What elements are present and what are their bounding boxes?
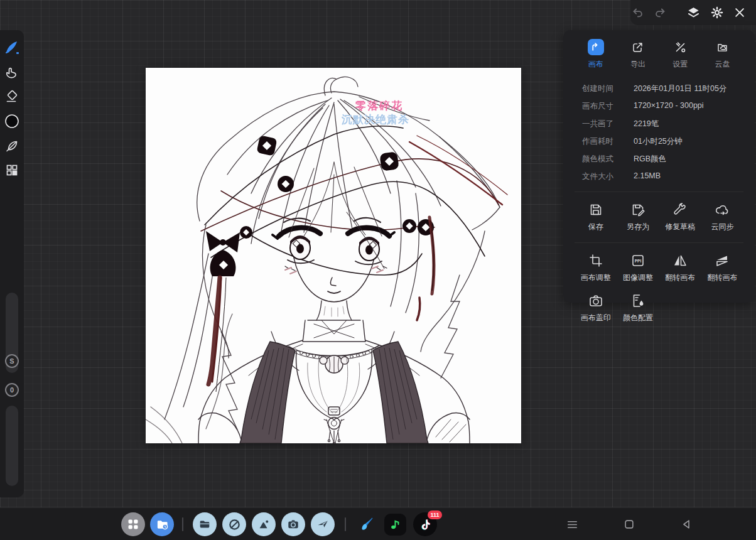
ppi-box-icon: PPI — [630, 253, 645, 268]
close-icon[interactable] — [733, 5, 746, 20]
settings-tab-icon — [672, 39, 688, 55]
actions-row-1: 保存 另存为 修复草稿 云同步 — [575, 198, 743, 236]
brush-size-slider[interactable]: S — [6, 293, 18, 373]
flip-horizontal-icon — [672, 253, 688, 268]
browser-app-icon[interactable] — [222, 512, 246, 536]
eraser-tool-icon[interactable] — [3, 88, 21, 105]
mail-app-icon[interactable] — [311, 512, 335, 536]
tab-cloud-label: 云盘 — [715, 59, 730, 70]
tab-export-label: 导出 — [630, 59, 645, 70]
floppy-icon — [588, 202, 603, 217]
camera-app-icon[interactable] — [281, 512, 305, 536]
gallery-app-icon[interactable] — [252, 512, 276, 536]
wrench-icon — [672, 202, 688, 217]
opacity-slider-handle[interactable]: 0 — [5, 383, 19, 397]
app-drawer-icon[interactable] — [121, 512, 145, 536]
paint-app-icon[interactable] — [354, 512, 378, 536]
tab-settings-label: 设置 — [672, 59, 688, 70]
dock-divider — [182, 517, 183, 531]
drawing-canvas[interactable]: 零落碎花 沉默决绝肃杀 — [146, 68, 521, 443]
flip-canvas-h-button[interactable]: 翻转画布 — [659, 249, 701, 287]
top-toolbar — [630, 0, 756, 25]
tab-canvas[interactable]: 画布 — [575, 39, 617, 70]
dock-divider-2 — [345, 517, 346, 531]
tab-export[interactable]: 导出 — [617, 39, 659, 70]
canvas-info-list: 创建时间2026年01月01日 11时05分 画布尺寸1720×1720 - 3… — [575, 80, 743, 185]
cloud-sync-icon — [715, 202, 730, 217]
camera-icon — [588, 293, 603, 308]
home-square-nav-icon[interactable] — [620, 516, 638, 533]
cloud-sync-button[interactable]: 云同步 — [701, 198, 743, 236]
hair-lines — [146, 77, 500, 443]
save-button[interactable]: 保存 — [575, 198, 617, 236]
watermark-line2: 沉默决绝肃杀 — [341, 114, 409, 126]
recent-files-folder-icon[interactable] — [150, 512, 174, 536]
info-row-strokes: 一共画了2219笔 — [575, 115, 743, 132]
files-app-icon[interactable] — [193, 512, 217, 536]
back-triangle-nav-icon[interactable] — [678, 516, 695, 533]
info-row-size: 画布尺寸1720×1720 - 300ppi — [575, 97, 743, 115]
crop-icon — [588, 253, 603, 268]
export-tab-icon — [630, 39, 646, 55]
tool-sliders: S 0 — [5, 293, 19, 486]
size-slider-handle[interactable]: S — [5, 354, 19, 368]
info-row-time: 作画耗时01小时25分钟 — [575, 132, 743, 150]
watermark-line1: 零落碎花 — [355, 100, 403, 112]
notification-badge: 111 — [428, 510, 442, 519]
left-toolbar: S 0 — [0, 30, 24, 497]
panel-divider-2 — [575, 242, 743, 243]
actions-row-3: 画布盖印 颜色配置 — [575, 289, 743, 327]
info-row-filesize: 文件大小2.15MB — [575, 168, 743, 185]
actions-row-2: 画布调整 PPI 图像调整 翻转画布 翻转画布 — [575, 249, 743, 287]
canvas-stamp-button[interactable]: 画布盖印 — [575, 289, 617, 327]
brush-tool-icon[interactable] — [3, 39, 21, 57]
menu-nav-icon[interactable] — [563, 516, 581, 533]
color-config-button[interactable]: 颜色配置 — [617, 289, 659, 327]
flip-canvas-v-button[interactable]: 翻转画布 — [701, 249, 743, 287]
canvas-adjust-button[interactable]: 画布调整 — [575, 249, 617, 287]
douyin-app-icon[interactable]: 111 — [413, 512, 437, 536]
image-adjust-button[interactable]: PPI 图像调整 — [617, 249, 659, 287]
layers-icon[interactable] — [686, 5, 701, 20]
redo-icon[interactable] — [654, 5, 667, 20]
canvas-tab-icon — [588, 39, 604, 55]
color-profile-icon — [630, 293, 645, 308]
materials-grid-icon[interactable] — [3, 161, 21, 179]
artwork-sketch: 零落碎花 沉默决绝肃杀 — [146, 68, 521, 443]
opacity-slider[interactable] — [6, 406, 18, 486]
panel-tabs: 画布 导出 设置 云盘 — [575, 39, 743, 70]
settings-gear-icon[interactable] — [710, 5, 724, 20]
save-as-button[interactable]: 另存为 — [617, 198, 659, 236]
color-swatch-icon[interactable] — [3, 112, 21, 130]
cloud-disk-tab-icon — [714, 39, 730, 55]
info-row-colormode: 颜色模式RGB颜色 — [575, 150, 743, 168]
tab-canvas-label: 画布 — [588, 59, 603, 70]
undo-icon[interactable] — [630, 5, 644, 20]
repair-draft-button[interactable]: 修复草稿 — [659, 198, 701, 236]
tab-cloud[interactable]: 云盘 — [701, 39, 743, 70]
tab-settings[interactable]: 设置 — [659, 39, 701, 70]
torso-lines — [198, 301, 470, 443]
leaf-brush-tool-icon[interactable] — [3, 137, 21, 154]
canvas-info-panel: 画布 导出 设置 云盘 创建时间2026年01月01日 11时05分 画布尺寸1… — [563, 30, 755, 303]
flip-canvas-icon — [715, 253, 730, 268]
taskbar: 111 — [0, 507, 756, 540]
floppy-edit-icon — [630, 202, 645, 217]
info-row-created: 创建时间2026年01月01日 11时05分 — [575, 80, 743, 97]
panel-divider — [575, 192, 743, 192]
svg-text:PPI: PPI — [635, 259, 642, 263]
drawing-app-screen: { "colors": { "accent_blue": "#3a8af0", … — [0, 0, 756, 540]
smudge-tool-icon[interactable] — [3, 63, 21, 81]
music-app-icon[interactable] — [383, 512, 407, 536]
